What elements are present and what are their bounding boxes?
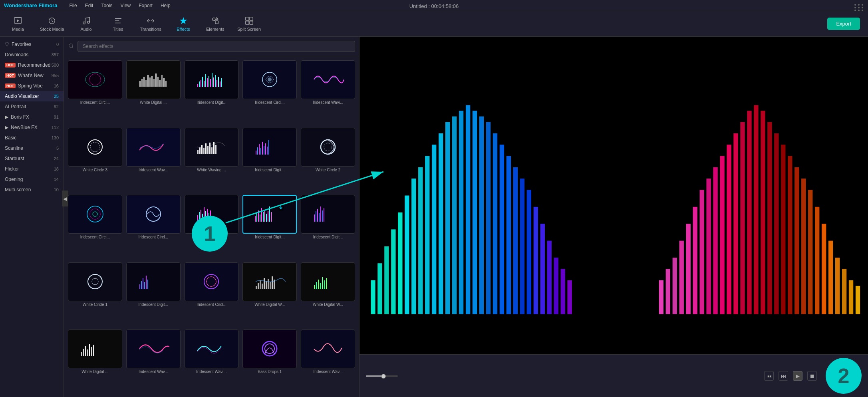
svg-rect-81: [255, 216, 256, 222]
effect-item-7[interactable]: Iridescent Wav...: [126, 128, 181, 191]
tool-titles[interactable]: Titles: [108, 16, 128, 32]
search-effects-input[interactable]: [77, 41, 355, 52]
menu-help[interactable]: Help: [161, 3, 171, 8]
tool-elements[interactable]: Elements: [205, 16, 225, 32]
preview-visualization: [360, 37, 868, 354]
svg-rect-159: [520, 179, 524, 314]
sidebar-item-basic[interactable]: Basic 130: [0, 133, 64, 143]
svg-rect-162: [540, 224, 545, 314]
effects-sidebar: ♡ Favorites 0 Downloads 357 HOT Recommen…: [0, 37, 64, 397]
menu-edit[interactable]: Edit: [85, 3, 93, 8]
sidebar-item-ai-portrait[interactable]: AI Portrait 92: [0, 101, 64, 112]
effect-item-9[interactable]: Iridescent Digit...: [242, 128, 297, 191]
menu-file[interactable]: File: [69, 3, 77, 8]
svg-rect-91: [271, 212, 272, 222]
svg-rect-94: [316, 211, 316, 222]
svg-rect-89: [268, 211, 268, 222]
menu-export[interactable]: Export: [139, 3, 153, 8]
sidebar-item-multi-screen[interactable]: Multi-screen 10: [0, 185, 64, 195]
sidebar-item-scanline[interactable]: Scanline 5: [0, 143, 64, 153]
svg-point-45: [88, 140, 102, 154]
effect-item-23[interactable]: Iridescent Wavi...: [185, 330, 239, 393]
preview-area: ⏮ ⏭ ▶ ⏹ 2: [360, 37, 868, 397]
sidebar-item-downloads[interactable]: Downloads 357: [0, 50, 64, 60]
stop-button[interactable]: ⏹: [807, 371, 817, 381]
effect-item-5[interactable]: Iridescent Wavi...: [301, 60, 355, 124]
tool-audio[interactable]: Audio: [76, 16, 96, 32]
svg-point-11: [89, 74, 101, 85]
sidebar-item-recommended[interactable]: HOT Recommended 500: [0, 60, 64, 70]
sidebar-item-audio-visualizer[interactable]: Audio Visualizer 25: [0, 91, 64, 101]
svg-rect-83: [258, 210, 259, 222]
tool-effects[interactable]: Effects: [173, 16, 193, 32]
tool-split-screen[interactable]: Split Screen: [237, 16, 261, 32]
svg-rect-132: [91, 347, 92, 356]
window-title: Untitled : 00:04:58:06: [409, 3, 459, 9]
sidebar-item-newblue-fx[interactable]: ▶ NewBlue FX 112: [0, 122, 64, 133]
panel-collapse-button[interactable]: ◀: [62, 191, 68, 206]
effect-item-16[interactable]: White Circle 1: [68, 262, 122, 326]
sidebar-item-favorites[interactable]: ♡ Favorites 0: [0, 39, 64, 50]
effect-item-14[interactable]: Iridescent Digit...: [242, 195, 297, 258]
sidebar-item-opening[interactable]: Opening 14: [0, 174, 64, 185]
svg-rect-180: [747, 111, 751, 314]
svg-rect-33: [207, 78, 208, 87]
annotation-2: 2: [826, 358, 862, 394]
frame-back-button[interactable]: ⏭: [779, 371, 788, 381]
effect-item-20[interactable]: White Digital W...: [301, 262, 355, 326]
grid-options-icon[interactable]: [854, 4, 864, 11]
effect-item-21[interactable]: White Digital ...: [68, 330, 122, 393]
effect-item-8[interactable]: White Waving ...: [185, 128, 239, 191]
svg-rect-131: [89, 344, 90, 356]
effect-item-25[interactable]: Iridescent Wav...: [301, 330, 355, 393]
menu-tools[interactable]: Tools: [101, 3, 112, 8]
svg-rect-188: [801, 179, 806, 314]
svg-rect-60: [260, 148, 261, 155]
tool-stock-media[interactable]: Stock Media: [40, 16, 64, 32]
effect-item-1[interactable]: Iridescent Circl...: [68, 60, 122, 124]
svg-rect-47: [197, 150, 199, 154]
skip-back-button[interactable]: ⏮: [764, 371, 774, 381]
effect-item-12[interactable]: Iridescent Circl...: [126, 195, 181, 258]
effect-item-2[interactable]: White Digital ...: [126, 60, 181, 124]
effect-item-17[interactable]: Iridescent Digit...: [126, 262, 181, 326]
sidebar-item-boris-fx[interactable]: ▶ Boris FX 91: [0, 112, 64, 122]
effect-item-18[interactable]: Iridescent Circl...: [185, 262, 239, 326]
effect-item-4[interactable]: Iridescent Circl...: [242, 60, 297, 124]
svg-rect-107: [147, 280, 148, 289]
svg-rect-150: [459, 111, 463, 314]
svg-point-69: [90, 209, 100, 219]
svg-rect-157: [506, 156, 511, 314]
tool-media[interactable]: Media: [8, 16, 28, 32]
sidebar-item-flicker[interactable]: Flicker 18: [0, 164, 64, 174]
effect-item-15[interactable]: Iridescent Digit...: [301, 195, 355, 258]
sidebar-item-spring-vibe[interactable]: HOT Spring Vibe 16: [0, 81, 64, 91]
svg-rect-140: [391, 229, 395, 314]
effect-item-10[interactable]: White Circle 2: [301, 128, 355, 191]
svg-rect-50: [203, 148, 205, 154]
svg-rect-7: [245, 21, 248, 24]
svg-rect-137: [371, 280, 375, 314]
svg-rect-128: [83, 349, 84, 356]
effect-item-24[interactable]: Bass Drops 1: [242, 330, 297, 393]
sidebar-section: ♡ Favorites 0 Downloads 357 HOT Recommen…: [0, 37, 64, 197]
menu-view[interactable]: View: [120, 3, 131, 8]
play-button[interactable]: ▶: [793, 371, 802, 381]
effect-item-3[interactable]: Iridescent Digit...: [185, 60, 239, 124]
effect-item-6[interactable]: White Circle 3: [68, 128, 122, 191]
export-button[interactable]: Export: [827, 18, 860, 30]
effect-item-19[interactable]: White Digital W...: [242, 262, 297, 326]
sidebar-item-starburst[interactable]: Starburst 24: [0, 153, 64, 164]
sidebar-item-whats-new[interactable]: HOT What's New 955: [0, 70, 64, 81]
effect-item-11[interactable]: Iridescent Circl...: [68, 195, 122, 258]
svg-rect-118: [272, 276, 273, 289]
effect-item-22[interactable]: Iridescent Wav...: [126, 330, 181, 393]
svg-rect-22: [157, 77, 159, 87]
svg-rect-14: [141, 79, 143, 87]
svg-rect-127: [81, 352, 82, 356]
svg-rect-28: [199, 81, 200, 87]
svg-rect-165: [561, 269, 565, 314]
main-content: ♡ Favorites 0 Downloads 357 HOT Recommen…: [0, 37, 868, 397]
svg-rect-152: [473, 111, 477, 314]
tool-transitions[interactable]: Transitions: [140, 16, 161, 32]
